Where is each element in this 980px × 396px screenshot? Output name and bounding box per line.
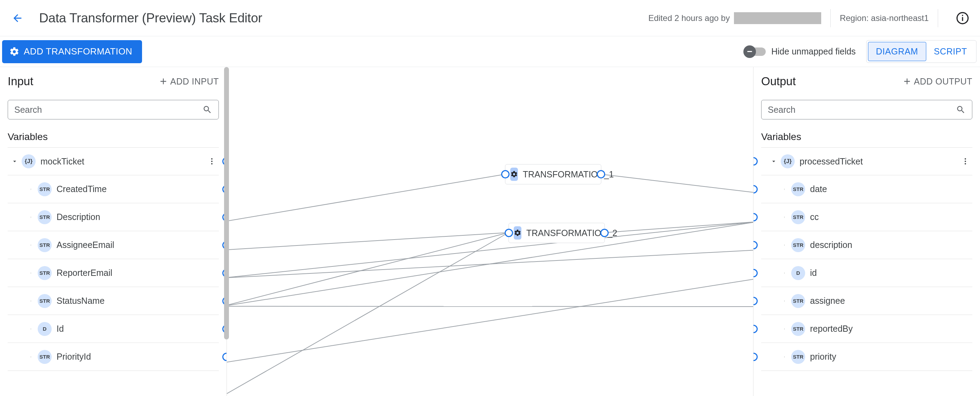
type-chip: D <box>791 266 805 280</box>
output-search[interactable] <box>761 100 972 120</box>
output-var-item[interactable]: STRcc <box>761 203 972 231</box>
output-variable-list: {J} processedTicket STRdate STRcc STRdes… <box>754 147 980 396</box>
chevron-down-icon[interactable] <box>767 158 781 165</box>
header-bar: Data Transformer (Preview) Task Editor E… <box>0 0 980 36</box>
var-name: Id <box>57 324 64 334</box>
var-name: AssigneeEmail <box>57 240 114 250</box>
add-output-button[interactable]: ADD OUTPUT <box>902 77 973 86</box>
input-var-item[interactable]: STRReporterEmail <box>8 259 219 287</box>
type-chip: STR <box>38 238 52 252</box>
svg-point-5 <box>211 163 213 164</box>
editor-user <box>734 12 821 24</box>
input-port[interactable] <box>754 353 758 361</box>
output-var-item[interactable]: STRassignee <box>761 287 972 315</box>
type-chip: STR <box>791 350 805 364</box>
type-chip: STR <box>38 350 52 364</box>
input-search-field[interactable] <box>14 105 202 115</box>
hide-unmapped-label: Hide unmapped fields <box>771 46 856 57</box>
input-port[interactable] <box>754 213 758 221</box>
var-name: assignee <box>810 296 845 306</box>
input-var-item[interactable]: STRCreatedTime <box>8 175 219 203</box>
tab-diagram[interactable]: DIAGRAM <box>868 42 926 61</box>
info-icon <box>956 11 969 25</box>
input-port[interactable] <box>754 297 758 305</box>
search-icon <box>956 105 966 115</box>
output-var-root[interactable]: {J} processedTicket <box>761 147 972 175</box>
tab-script[interactable]: SCRIPT <box>926 42 975 61</box>
canvas[interactable]: TRANSFORMATION_1 TRANSFORMATION_2 <box>227 67 753 396</box>
output-variables-label: Variables <box>754 130 980 147</box>
input-search[interactable] <box>8 100 219 120</box>
add-output-label: ADD OUTPUT <box>914 77 973 86</box>
var-name: reportedBy <box>810 324 853 334</box>
var-name: mockTicket <box>40 156 84 166</box>
svg-line-10 <box>227 306 753 307</box>
input-port[interactable] <box>754 157 758 166</box>
svg-line-12 <box>227 233 509 306</box>
output-port[interactable] <box>222 353 226 361</box>
chevron-down-icon[interactable] <box>8 158 22 165</box>
type-chip: STR <box>791 322 805 336</box>
view-switcher: DIAGRAM SCRIPT <box>866 40 977 63</box>
var-name: id <box>810 268 817 278</box>
output-var-item[interactable]: STRdescription <box>761 231 972 259</box>
output-port[interactable] <box>597 170 605 179</box>
type-chip: D <box>38 322 52 336</box>
type-chip: STR <box>38 182 52 196</box>
page-title: Data Transformer (Preview) Task Editor <box>39 11 262 26</box>
transformation-node[interactable]: TRANSFORMATION_2 <box>509 223 605 243</box>
svg-line-7 <box>227 233 509 250</box>
input-var-root[interactable]: {J} mockTicket <box>8 147 219 175</box>
type-chip: STR <box>38 210 52 224</box>
svg-point-19 <box>965 163 966 164</box>
plus-icon <box>158 77 168 86</box>
input-var-item[interactable]: STRStatusName <box>8 287 219 315</box>
separator <box>938 9 938 27</box>
input-port[interactable] <box>754 241 758 249</box>
var-name: date <box>810 184 827 194</box>
input-port[interactable] <box>754 185 758 193</box>
svg-line-16 <box>605 222 753 233</box>
svg-line-8 <box>227 250 753 278</box>
arrow-left-icon <box>11 12 23 24</box>
input-port[interactable] <box>505 229 513 237</box>
input-port[interactable] <box>501 170 509 179</box>
svg-point-18 <box>965 161 966 162</box>
transformation-node[interactable]: TRANSFORMATION_1 <box>505 164 601 184</box>
input-port[interactable] <box>754 269 758 277</box>
output-var-item[interactable]: STRpriority <box>761 343 972 371</box>
output-var-item[interactable]: STRreportedBy <box>761 315 972 343</box>
input-variables-label: Variables <box>0 130 226 147</box>
output-panel: Output ADD OUTPUT Variables {J} processe… <box>753 67 980 396</box>
scrollbar-thumb[interactable] <box>224 67 229 339</box>
type-chip: STR <box>38 294 52 308</box>
var-name: CreatedTime <box>57 184 107 194</box>
type-chip: STR <box>791 182 805 196</box>
add-input-button[interactable]: ADD INPUT <box>158 77 219 86</box>
connection-wires <box>227 67 753 396</box>
separator <box>830 9 830 27</box>
output-port[interactable] <box>600 229 609 237</box>
more-button[interactable] <box>958 151 972 172</box>
info-button[interactable] <box>955 11 970 26</box>
output-panel-title: Output <box>761 75 796 88</box>
back-button[interactable] <box>10 11 25 26</box>
more-button[interactable] <box>205 151 219 172</box>
input-var-item[interactable]: STRDescription <box>8 203 219 231</box>
input-var-item[interactable]: STRPriorityId <box>8 343 219 371</box>
svg-line-14 <box>227 233 509 396</box>
var-name: description <box>810 240 852 250</box>
minus-icon <box>743 45 756 58</box>
output-var-item[interactable]: Did <box>761 259 972 287</box>
input-port[interactable] <box>754 325 758 333</box>
input-variable-list: {J} mockTicket STRCreatedTime STRDescrip… <box>0 147 226 396</box>
input-var-item[interactable]: STRAssigneeEmail <box>8 231 219 259</box>
input-var-item[interactable]: DId <box>8 315 219 343</box>
hide-unmapped-toggle[interactable] <box>745 48 766 56</box>
output-var-item[interactable]: STRdate <box>761 175 972 203</box>
toolbar: ADD TRANSFORMATION Hide unmapped fields … <box>0 36 980 67</box>
output-search-field[interactable] <box>768 105 956 115</box>
var-name: priority <box>810 352 836 362</box>
add-transformation-button[interactable]: ADD TRANSFORMATION <box>2 40 142 63</box>
workspace: Input ADD INPUT Variables {J} mockTicket <box>0 67 980 396</box>
